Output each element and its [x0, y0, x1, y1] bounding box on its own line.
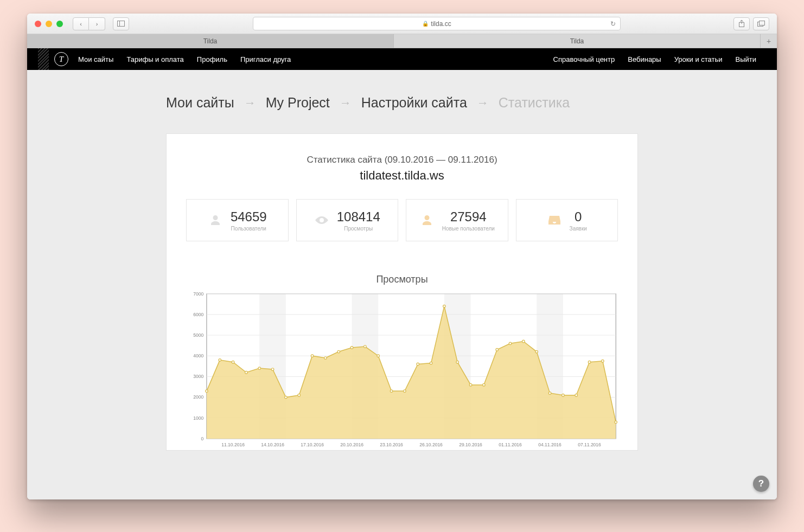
svg-point-38 [364, 345, 367, 348]
breadcrumb: Мои сайты→My Project→Настройки сайта→Ста… [166, 95, 638, 111]
inbox-icon [547, 213, 562, 228]
lock-icon: 🔒 [422, 21, 429, 27]
nav-item[interactable]: Мои сайты [78, 55, 113, 63]
browser-tab-1[interactable]: Tilda [394, 34, 761, 48]
window-controls [35, 21, 63, 27]
breadcrumb-item[interactable]: Настройки сайта [361, 95, 467, 111]
nav-back-forward: ‹ › [73, 17, 105, 30]
chart-svg: 0100020003000400050006000700011.10.20161… [186, 291, 618, 450]
stat-card: 54659Пользователи [186, 199, 289, 241]
stat-label: Просмотры [337, 226, 380, 232]
stats-panel: Статистика сайта (09.10.2016 — 09.11.201… [166, 133, 638, 451]
svg-point-34 [311, 355, 314, 357]
breadcrumb-item: Статистика [499, 95, 570, 111]
svg-point-53 [562, 394, 565, 396]
svg-point-29 [245, 371, 248, 374]
arrow-right-icon: → [477, 96, 489, 110]
stat-label: Пользователи [231, 226, 267, 232]
logo-wrap: T [38, 48, 68, 70]
svg-text:0: 0 [201, 436, 203, 441]
stat-value: 108414 [337, 209, 380, 225]
svg-text:2000: 2000 [193, 394, 203, 400]
svg-text:20.10.2016: 20.10.2016 [340, 442, 363, 447]
nav-item[interactable]: Уроки и статьи [674, 55, 723, 63]
tilda-logo-icon[interactable]: T [54, 52, 68, 66]
svg-text:17.10.2016: 17.10.2016 [301, 442, 324, 447]
stat-value: 54659 [231, 209, 267, 225]
svg-point-30 [258, 367, 261, 370]
browser-tab-0[interactable]: Tilda [27, 34, 394, 48]
svg-text:6000: 6000 [193, 312, 203, 317]
svg-text:1000: 1000 [193, 415, 203, 421]
svg-point-33 [298, 394, 301, 396]
close-icon[interactable] [35, 21, 41, 27]
svg-rect-4 [760, 21, 765, 25]
svg-point-40 [390, 390, 393, 393]
svg-rect-0 [118, 21, 125, 27]
svg-text:26.10.2016: 26.10.2016 [419, 442, 443, 447]
nav-item[interactable]: Пригласи друга [240, 55, 291, 63]
panel-title: Статистика сайта (09.10.2016 — 09.11.201… [186, 155, 618, 165]
url-host: tilda.cc [431, 20, 451, 28]
user-icon [208, 213, 223, 228]
nav-item[interactable]: Вебинары [628, 55, 661, 63]
brand-pattern [38, 48, 49, 70]
back-button[interactable]: ‹ [73, 17, 89, 30]
svg-point-35 [324, 357, 327, 360]
stat-value: 27594 [442, 209, 495, 225]
svg-point-50 [522, 340, 525, 343]
nav-item[interactable]: Выйти [736, 55, 757, 63]
svg-text:7000: 7000 [193, 291, 203, 297]
svg-point-57 [615, 421, 617, 424]
breadcrumb-item[interactable]: My Project [266, 95, 330, 111]
address-bar[interactable]: 🔒 tilda.cc ↻ [253, 17, 621, 30]
chart-title: Просмотры [186, 274, 618, 285]
svg-point-37 [350, 347, 353, 349]
svg-point-44 [443, 305, 446, 307]
nav-item[interactable]: Тарифы и оплата [126, 55, 183, 63]
sidebar-toggle-button[interactable] [113, 17, 129, 30]
svg-point-27 [219, 359, 221, 362]
stat-card: 0Заявки [516, 199, 618, 241]
svg-text:07.11.2016: 07.11.2016 [578, 442, 601, 447]
help-button[interactable]: ? [753, 476, 769, 492]
svg-point-47 [483, 383, 486, 386]
stat-value: 0 [570, 209, 587, 225]
app-navbar: T Мои сайтыТарифы и оплатаПрофильПриглас… [27, 48, 777, 70]
svg-point-43 [430, 362, 432, 364]
svg-point-41 [404, 390, 406, 393]
svg-point-39 [377, 355, 380, 357]
svg-point-31 [271, 368, 274, 371]
nav-item[interactable]: Справочный центр [553, 55, 615, 63]
breadcrumb-item[interactable]: Мои сайты [166, 95, 234, 111]
stat-card: 27594Новые пользователи [406, 199, 508, 241]
chart-wrap: Просмотры 010002000300040005000600070001… [186, 274, 618, 450]
stat-label: Заявки [570, 226, 587, 232]
forward-button[interactable]: › [89, 17, 105, 30]
minimize-icon[interactable] [46, 21, 52, 27]
panel-domain: tildatest.tilda.ws [186, 169, 618, 183]
svg-text:3000: 3000 [193, 374, 203, 379]
svg-point-46 [469, 383, 472, 386]
stat-row: 54659Пользователи108414Просмотры27594Нов… [186, 199, 618, 241]
user-icon [419, 213, 435, 228]
eye-icon [314, 213, 329, 228]
stat-card: 108414Просмотры [296, 199, 399, 241]
svg-point-32 [285, 396, 288, 399]
svg-point-55 [588, 361, 591, 363]
svg-text:5000: 5000 [193, 332, 203, 338]
nav-item[interactable]: Профиль [197, 55, 227, 63]
svg-text:04.11.2016: 04.11.2016 [538, 442, 561, 447]
chart: 0100020003000400050006000700011.10.20161… [186, 291, 618, 450]
svg-point-28 [232, 361, 234, 363]
tabs-button[interactable] [753, 17, 769, 30]
reload-icon[interactable]: ↻ [610, 20, 616, 28]
nav-left: Мои сайтыТарифы и оплатаПрофильПригласи … [78, 55, 291, 63]
svg-point-54 [575, 394, 578, 396]
maximize-icon[interactable] [56, 21, 63, 27]
svg-text:23.10.2016: 23.10.2016 [380, 442, 403, 447]
share-button[interactable] [733, 17, 750, 30]
new-tab-button[interactable]: + [761, 34, 777, 48]
svg-point-36 [337, 350, 340, 353]
svg-point-52 [548, 392, 551, 395]
